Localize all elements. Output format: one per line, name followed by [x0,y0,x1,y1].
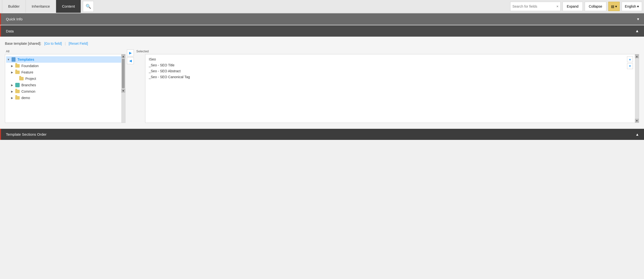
dropdown-arrow-icon: ▾ [615,4,617,8]
folder-icon-demo [15,95,20,100]
tree-label-project: Project [25,77,36,81]
search-input[interactable] [512,4,556,8]
selected-scroll-down[interactable]: ▼ [635,119,639,123]
toolbar-right: × Expand Collapse ▤ ▾ English ▾ [510,2,642,11]
tree-item-foundation[interactable]: ▶ Foundation [6,63,124,69]
left-arrow-icon: ◀ [129,59,132,63]
language-arrow-icon: ▾ [637,4,639,8]
tree-label-templates: Templates [18,57,34,61]
expand-arrow-templates: ▼ [7,58,11,61]
selected-label: Selected [135,49,639,53]
scroll-thumb[interactable] [122,59,125,88]
tree-item-feature[interactable]: ▶ Feature [6,69,124,75]
tree-label-feature: Feature [22,70,33,74]
folder-icon-common [15,89,20,94]
expand-arrow-branches: ▶ [11,84,15,87]
clear-search-icon[interactable]: × [556,4,558,8]
tree-item-branches[interactable]: ▶ Branches [6,82,124,88]
panels-wrapper: All ▼ Templates ▶ [5,49,639,123]
tree-item-templates[interactable]: ▼ Templates [6,56,124,63]
separator: | [65,41,66,45]
expand-arrow-common: ▶ [11,90,15,93]
selected-scroll-up[interactable]: ▲ [635,54,639,58]
tree-label-common: Common [22,89,36,93]
expand-arrow-demo: ▶ [11,96,15,100]
transfer-buttons: ▶ ◀ [126,49,135,64]
all-panel: ▼ Templates ▶ Foundation [5,54,126,123]
data-section-header[interactable]: Data ▲ [0,25,644,37]
tree-item-common[interactable]: ▶ Common [6,88,124,95]
selected-item-seo-title[interactable]: _Seo - SEO Title [147,62,637,68]
transfer-left-button[interactable]: ◀ [127,57,134,64]
move-up-button[interactable]: ▲ [627,56,633,62]
folder-icon-foundation [15,63,20,68]
up-arrow-icon: ▲ [628,57,632,61]
folder-icon-feature [15,70,20,75]
expand-arrow-foundation: ▶ [11,64,15,68]
tree-label-foundation: Foundation [22,64,38,68]
down-arrow-icon: ▼ [628,64,632,68]
main-content: Base template [shared]: [Go to field] | … [0,37,644,128]
template-sections-chevron: ▲ [636,132,639,136]
tab-content[interactable]: Content [56,0,81,13]
tree-label-branches: Branches [22,83,36,87]
tree-label-demo: demo [22,96,30,100]
search-toggle-button[interactable]: 🔍 [83,1,94,12]
collapse-button[interactable]: Collapse [585,2,606,11]
all-label: All [5,49,126,53]
right-arrow-icon: ▶ [129,51,132,55]
puzzle-icon-branches [15,83,20,87]
tab-builder[interactable]: Builder [2,0,26,13]
folder-icon-project [19,76,24,81]
scroll-up-arrow[interactable]: ▲ [121,54,125,58]
search-field[interactable]: × [510,2,560,11]
quick-info-chevron: ▾ [637,17,639,21]
selected-panel: ISeo _Seo - SEO Title _Seo - SEO Abstrac… [145,54,639,123]
transfer-right-button[interactable]: ▶ [127,49,134,56]
tree-item-demo[interactable]: ▶ demo [6,95,124,101]
selected-item-seo-canonical[interactable]: _Seo - SEO Canonical Tag [147,74,637,80]
template-icon [11,57,16,62]
updown-btns: ▲ ▼ [627,56,633,69]
reset-field-link[interactable]: [Reset Field] [69,41,88,45]
tab-bar: Builder Inheritance Content 🔍 × Expand C… [0,0,644,13]
selected-item-seo-abstract[interactable]: _Seo - SEO Abstract [147,68,637,74]
language-button[interactable]: English ▾ [622,2,642,11]
selected-list: ISeo _Seo - SEO Title _Seo - SEO Abstrac… [146,54,639,118]
selected-panel-scrollbar[interactable]: ▲ ▼ [635,54,639,123]
quick-info-header[interactable]: Quick Info ▾ [0,13,644,25]
selected-item-iseo[interactable]: ISeo [147,56,637,62]
tab-inheritance[interactable]: Inheritance [26,0,56,13]
base-template-label: Base template [shared]: [5,41,41,45]
tree-container: ▼ Templates ▶ Foundation [5,54,125,118]
scroll-down-arrow[interactable]: ▼ [121,89,125,93]
move-down-button[interactable]: ▼ [627,63,633,69]
expand-button[interactable]: Expand [562,2,582,11]
grid-icon: ▤ [611,4,614,8]
tree-item-project[interactable]: Project [6,75,124,82]
icon-dropdown-button[interactable]: ▤ ▾ [608,2,620,11]
search-icon: 🔍 [86,4,91,9]
all-panel-scrollbar[interactable]: ▲ ▼ [121,54,125,123]
go-to-field-link[interactable]: [Go to field] [44,41,62,45]
expand-arrow-feature: ▶ [11,71,15,74]
base-template-row: Base template [shared]: [Go to field] | … [5,41,639,45]
template-sections-order-header[interactable]: Template Sections Order ▲ [0,129,644,140]
data-section-chevron: ▲ [635,29,639,33]
